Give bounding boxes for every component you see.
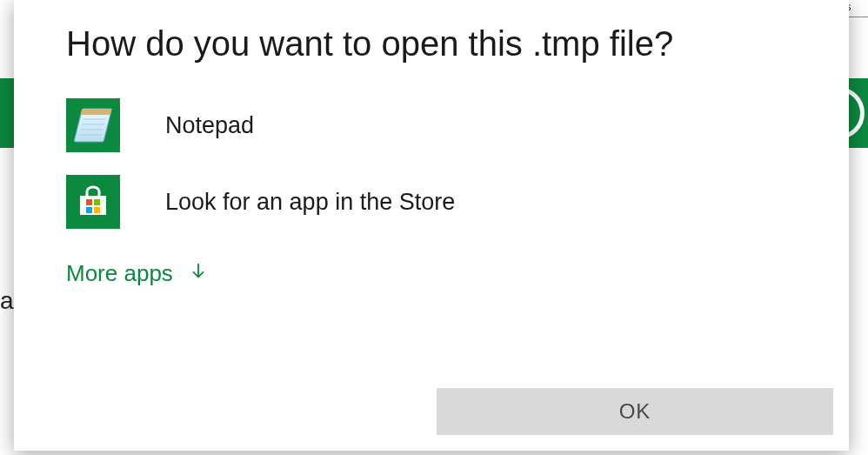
background-fragment-left: a	[0, 287, 14, 315]
store-icon	[66, 175, 120, 229]
more-apps-link[interactable]: More apps	[66, 260, 208, 287]
svg-rect-6	[86, 199, 92, 205]
svg-rect-8	[86, 207, 92, 213]
app-option-label: Notepad	[165, 112, 254, 139]
app-option-label: Look for an app in the Store	[165, 189, 455, 216]
more-apps-label: More apps	[66, 260, 173, 287]
open-with-dialog: How do you want to open this .tmp file?	[14, 0, 849, 451]
svg-rect-7	[94, 199, 100, 205]
app-option-store[interactable]: Look for an app in the Store	[66, 168, 797, 244]
notepad-icon	[66, 98, 120, 152]
app-list: Notepad Look for an app in the Store	[66, 91, 797, 244]
svg-rect-9	[94, 207, 100, 213]
chevron-down-icon	[189, 260, 208, 287]
app-option-notepad[interactable]: Notepad	[66, 91, 797, 168]
ok-button[interactable]: OK	[437, 388, 833, 435]
svg-rect-1	[81, 109, 112, 115]
dialog-title: How do you want to open this .tmp file?	[66, 22, 797, 65]
